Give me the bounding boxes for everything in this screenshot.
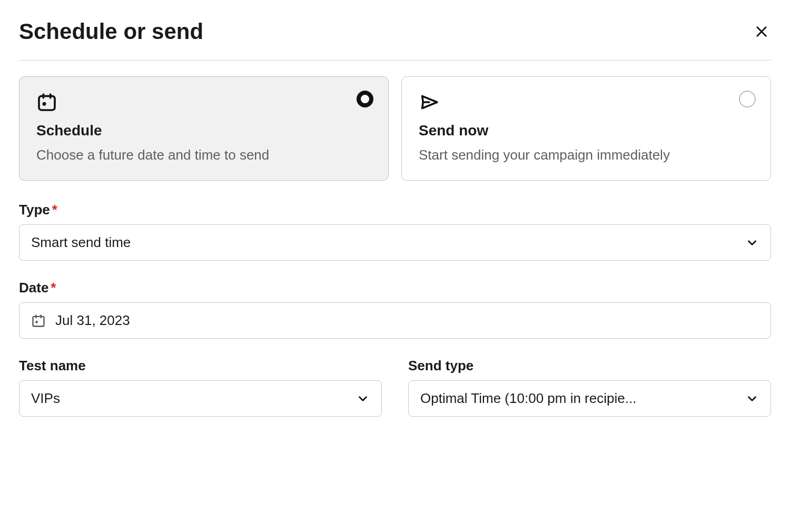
send-icon — [419, 92, 754, 115]
send-options: Schedule Choose a future date and time t… — [19, 76, 771, 181]
test-name-select[interactable]: VIPs — [19, 380, 382, 417]
type-label: Type* — [19, 202, 771, 218]
test-name-field-group: Test name VIPs — [19, 358, 382, 417]
radio-schedule[interactable] — [357, 91, 373, 107]
send-type-field-group: Send type Optimal Time (10:00 pm in reci… — [408, 358, 771, 417]
svg-rect-2 — [39, 96, 55, 110]
send-type-select[interactable]: Optimal Time (10:00 pm in recipie... — [408, 380, 771, 417]
type-select-value: Smart send time — [31, 234, 745, 251]
dialog-header: Schedule or send — [19, 19, 771, 61]
type-field-group: Type* Smart send time — [19, 202, 771, 261]
test-name-value: VIPs — [31, 390, 356, 407]
chevron-down-icon — [745, 236, 759, 250]
option-send-now[interactable]: Send now Start sending your campaign imm… — [401, 76, 771, 181]
chevron-down-icon — [356, 392, 370, 406]
date-label: Date* — [19, 280, 771, 296]
calendar-input-icon — [31, 313, 46, 328]
close-button[interactable] — [752, 22, 771, 41]
dialog-title: Schedule or send — [19, 19, 203, 44]
date-value: Jul 31, 2023 — [55, 312, 130, 329]
svg-point-10 — [36, 321, 37, 322]
bottom-row: Test name VIPs Send type Optimal Time (1… — [19, 358, 771, 436]
option-schedule-description: Choose a future date and time to send — [36, 144, 371, 165]
option-send-now-description: Start sending your campaign immediately — [419, 144, 754, 165]
send-type-value: Optimal Time (10:00 pm in recipie... — [420, 390, 745, 407]
type-select[interactable]: Smart send time — [19, 224, 771, 261]
send-type-label: Send type — [408, 358, 771, 374]
close-icon — [754, 24, 769, 39]
chevron-down-icon — [745, 392, 759, 406]
option-schedule[interactable]: Schedule Choose a future date and time t… — [19, 76, 389, 181]
date-field-group: Date* Jul 31, 2023 — [19, 280, 771, 339]
svg-rect-7 — [33, 317, 44, 327]
date-input[interactable]: Jul 31, 2023 — [19, 302, 771, 339]
type-required-indicator: * — [52, 202, 57, 218]
radio-send-now[interactable] — [739, 91, 756, 107]
date-label-text: Date — [19, 280, 48, 295]
svg-point-5 — [43, 103, 45, 105]
option-schedule-title: Schedule — [36, 122, 371, 139]
calendar-icon — [36, 92, 371, 115]
type-label-text: Type — [19, 202, 50, 218]
date-required-indicator: * — [51, 280, 56, 295]
test-name-label: Test name — [19, 358, 382, 374]
option-send-now-title: Send now — [419, 122, 754, 139]
